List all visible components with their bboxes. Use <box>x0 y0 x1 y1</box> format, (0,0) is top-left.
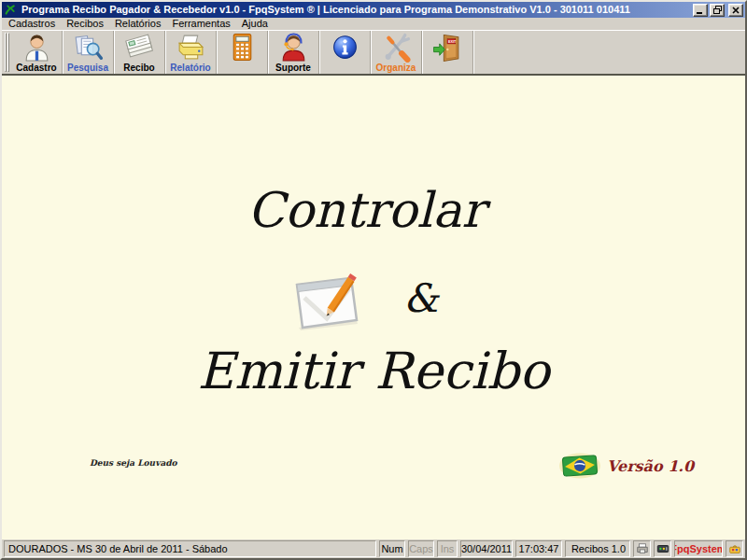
status-app-name: Recibos 1.0 <box>571 541 626 556</box>
toolbar-button-relatorio[interactable]: Relatório <box>165 31 217 74</box>
status-num-indicator: Num <box>379 540 405 557</box>
menu-bar: Cadastros Recibos Relatórios Ferramentas… <box>2 18 745 30</box>
main-area: Controlar & Emitir Recibo Deus seja Louv… <box>2 76 745 539</box>
exit-sign-text: EXIT <box>448 40 457 44</box>
ampersand-text: & <box>403 279 438 318</box>
receipt-mini-icon <box>568 542 569 555</box>
headline-controlar: Controlar <box>2 186 738 234</box>
toolbar-button-calculadora[interactable] <box>217 31 268 74</box>
menu-relatorios[interactable]: Relatórios <box>109 18 167 30</box>
search-documents-icon <box>73 32 104 63</box>
close-button[interactable] <box>728 4 743 17</box>
status-network-panel[interactable] <box>654 540 671 557</box>
toolbar: Cadastro Pesquisa Re <box>2 30 745 76</box>
network-mini-icon <box>656 542 669 555</box>
app-window: Programa Recibo Pagador & Recebedor v1.0… <box>0 0 747 560</box>
menu-cadastros[interactable]: Cadastros <box>3 18 61 30</box>
toolbar-button-label: Recibo <box>123 63 154 73</box>
status-caps-indicator: Caps <box>408 540 434 557</box>
person-icon <box>21 32 52 63</box>
printer-mini-icon <box>636 542 649 555</box>
status-printer-panel[interactable] <box>633 540 651 557</box>
toolbar-button-pesquisa[interactable]: Pesquisa <box>63 31 114 74</box>
receipt-papers-icon <box>124 32 155 63</box>
toolbar-button-recibo[interactable]: Recibo <box>114 31 165 74</box>
status-date: 30/04/2011 <box>460 540 513 557</box>
app-icon <box>5 4 17 16</box>
menu-ajuda[interactable]: Ajuda <box>236 18 274 30</box>
restore-icon <box>713 6 722 14</box>
window-title: Programa Recibo Pagador & Recebedor v1.0… <box>21 2 691 18</box>
toolbar-button-sair[interactable]: EXIT <box>422 31 473 74</box>
support-agent-icon <box>278 32 309 63</box>
printer-icon <box>176 32 206 63</box>
toolbar-button-label: Cadastro <box>16 63 56 73</box>
status-toolbox-panel[interactable] <box>726 540 743 557</box>
version-text: Versão 1.0 <box>607 457 694 475</box>
status-app-panel: Recibos 1.0 <box>565 540 630 557</box>
notepad-pencil-icon <box>288 268 372 339</box>
minimize-button[interactable] <box>693 4 708 17</box>
toolbox-mini-icon <box>728 542 741 555</box>
toolbar-button-organiza[interactable]: Organiza <box>371 31 422 74</box>
toolbar-button-label: Relatório <box>170 63 210 73</box>
headline-emitir: Emitir Recibo <box>2 346 745 397</box>
toolbar-button-suporte[interactable]: Suporte <box>268 31 319 74</box>
status-time: 17:03:47 <box>515 540 562 557</box>
restore-button[interactable] <box>710 4 725 17</box>
menu-recibos[interactable]: Recibos <box>61 18 109 30</box>
toolbar-button-label: Suporte <box>275 63 311 73</box>
toolbar-button-label: Organiza <box>376 63 416 73</box>
calculator-icon <box>227 32 258 63</box>
status-brand: FpqSystem <box>674 540 723 557</box>
toolbar-button-label: Pesquisa <box>67 63 108 73</box>
toolbar-button-info[interactable] <box>319 31 371 74</box>
status-ins-indicator: Ins <box>437 540 458 557</box>
minimize-icon <box>697 7 704 14</box>
version-row: Versão 1.0 <box>558 451 694 481</box>
blessing-text: Deus seja Louvado <box>90 458 177 468</box>
toolbar-gripper[interactable] <box>5 31 9 74</box>
title-bar[interactable]: Programa Recibo Pagador & Recebedor v1.0… <box>2 2 745 18</box>
tools-icon <box>381 32 412 63</box>
info-icon <box>330 32 360 63</box>
brazil-flag-icon <box>558 451 601 481</box>
status-location: DOURADOS - MS 30 de Abril de 2011 - Sába… <box>4 540 376 557</box>
status-bar: DOURADOS - MS 30 de Abril de 2011 - Sába… <box>2 539 745 558</box>
close-icon <box>732 7 740 14</box>
exit-door-icon: EXIT <box>432 32 463 63</box>
toolbar-button-cadastro[interactable]: Cadastro <box>11 31 63 74</box>
menu-ferramentas[interactable]: Ferramentas <box>166 18 235 30</box>
